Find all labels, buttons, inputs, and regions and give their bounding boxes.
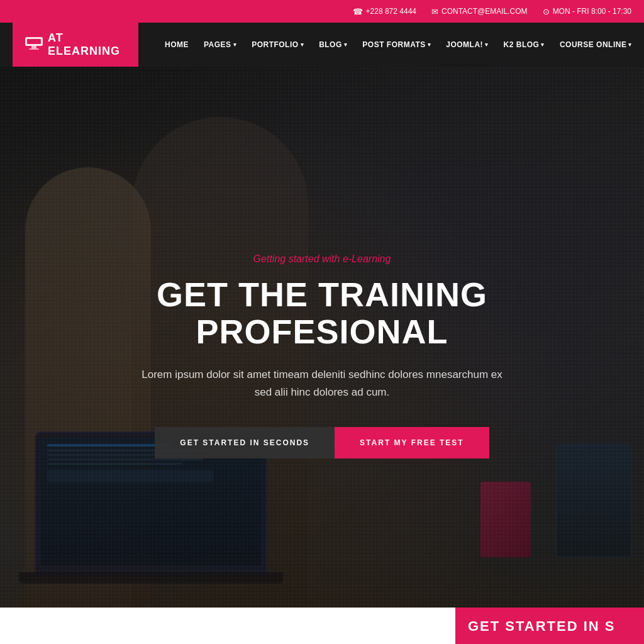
start-free-test-button[interactable]: START MY FREE TEST: [335, 427, 489, 458]
hero-subtitle: Getting started with e-Learning: [253, 253, 391, 265]
logo[interactable]: AT ELEARNING: [13, 23, 138, 67]
hero-description: Lorem ipsum dolor sit amet timeam deleni…: [133, 366, 511, 402]
logo-text: AT ELEARNING: [48, 31, 126, 58]
navbar: AT ELEARNING HOME PAGES ▾ PORTFOLIO ▾ BL…: [0, 23, 644, 67]
top-bar: ☎ +228 872 4444 ✉ CONTACT@EMAIL.COM ⊙ MO…: [0, 0, 644, 23]
chevron-down-icon: ▾: [628, 42, 632, 48]
nav-item-blog[interactable]: BLOG ▾: [311, 23, 355, 67]
chevron-down-icon: ▾: [428, 42, 431, 48]
svg-rect-1: [27, 39, 41, 44]
bottom-strip: GET STARTED IN S: [0, 608, 644, 644]
nav-item-pages[interactable]: PAGES ▾: [196, 23, 244, 67]
chevron-down-icon: ▾: [541, 42, 545, 48]
hero-content: Getting started with e-Learning GET THE …: [0, 67, 644, 608]
email-icon: ✉: [431, 7, 438, 16]
get-started-button[interactable]: GET STARTED IN SECONDS: [155, 427, 335, 458]
nav-item-portfolio[interactable]: PORTFOLIO ▾: [244, 23, 311, 67]
logo-icon: [25, 37, 43, 53]
clock-icon: ⊙: [543, 7, 550, 16]
nav-item-k2blog[interactable]: K2 BLOG ▾: [496, 23, 552, 67]
nav-item-home[interactable]: HOME: [157, 23, 196, 67]
phone-icon: ☎: [353, 7, 363, 16]
chevron-down-icon: ▾: [344, 42, 348, 48]
nav-item-post-formats[interactable]: POST FORMATS ▾: [355, 23, 438, 67]
email-address: CONTACT@EMAIL.COM: [441, 7, 528, 16]
chevron-down-icon: ▾: [485, 42, 489, 48]
email-info: ✉ CONTACT@EMAIL.COM: [431, 7, 528, 16]
nav-item-joomla[interactable]: JOOMLA! ▾: [438, 23, 496, 67]
bottom-strip-pink: GET STARTED IN S: [455, 608, 644, 644]
nav-item-course-online[interactable]: COURSE ONLINE ▾: [552, 23, 640, 67]
hero-title: GET THE TRAINING PROFESIONAL: [38, 276, 606, 351]
hero-buttons: GET STARTED IN SECONDS START MY FREE TES…: [155, 427, 489, 458]
phone-number: +228 872 4444: [366, 7, 416, 16]
business-hours: MON - FRI 8:00 - 17:30: [553, 7, 631, 16]
chevron-down-icon: ▾: [233, 42, 237, 48]
nav-links: HOME PAGES ▾ PORTFOLIO ▾ BLOG ▾ POST FOR…: [157, 23, 644, 67]
hours-info: ⊙ MON - FRI 8:00 - 17:30: [543, 7, 631, 16]
chevron-down-icon: ▾: [301, 42, 304, 48]
hamburger-menu[interactable]: ≡: [640, 38, 644, 52]
phone-info: ☎ +228 872 4444: [353, 7, 416, 16]
svg-rect-3: [29, 48, 39, 50]
svg-rect-2: [31, 46, 36, 48]
hero-section: Getting started with e-Learning GET THE …: [0, 67, 644, 608]
bottom-strip-label: GET STARTED IN S: [468, 618, 616, 635]
